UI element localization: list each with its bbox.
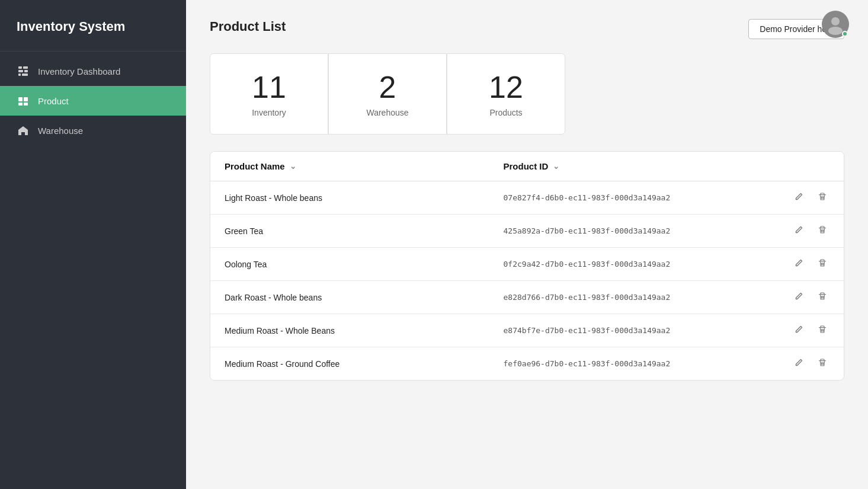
- cell-product-id: e874bf7e-d7b0-ec11-983f-000d3a149aa2: [504, 326, 783, 335]
- table-row: Green Tea 425a892a-d7b0-ec11-983f-000d3a…: [210, 215, 844, 248]
- sidebar-item-warehouse[interactable]: Warehouse: [0, 116, 186, 145]
- edit-button[interactable]: [792, 357, 806, 370]
- svg-rect-6: [18, 97, 23, 101]
- cell-product-name: Medium Roast - Ground Coffee: [225, 359, 504, 369]
- svg-rect-1: [23, 66, 28, 69]
- sidebar-item-label-warehouse: Warehouse: [38, 126, 83, 136]
- svg-point-11: [828, 27, 843, 35]
- svg-rect-0: [18, 66, 22, 69]
- cell-product-id: fef0ae96-d7b0-ec11-983f-000d3a149aa2: [504, 359, 783, 368]
- avatar-container: [822, 11, 849, 38]
- delete-button[interactable]: [815, 357, 829, 370]
- dashboard-icon: [17, 65, 30, 78]
- stat-label-warehouse: Warehouse: [366, 108, 408, 117]
- avatar-online-dot: [842, 31, 848, 37]
- sort-icon-id: ⌄: [553, 162, 559, 171]
- table-header: Product Name ⌄ Product ID ⌄: [210, 152, 844, 181]
- svg-rect-8: [18, 103, 23, 106]
- sort-icon-name: ⌄: [290, 162, 296, 171]
- sidebar: Inventory System Inventory Dashboard: [0, 0, 186, 489]
- cell-actions: [782, 191, 829, 204]
- svg-rect-32: [819, 360, 826, 361]
- svg-rect-28: [819, 327, 826, 328]
- svg-rect-24: [819, 294, 826, 295]
- col-header-product-id[interactable]: Product ID ⌄: [504, 161, 783, 171]
- svg-rect-5: [22, 73, 28, 76]
- sidebar-item-dashboard[interactable]: Inventory Dashboard: [0, 56, 186, 86]
- stat-number-warehouse: 2: [379, 71, 396, 104]
- svg-rect-20: [819, 261, 826, 261]
- cell-product-name: Oolong Tea: [225, 260, 504, 269]
- svg-rect-3: [24, 70, 28, 72]
- table-body: Light Roast - Whole beans 07e827f4-d6b0-…: [210, 181, 844, 380]
- table-row: Medium Roast - Ground Coffee fef0ae96-d7…: [210, 347, 844, 380]
- delete-button[interactable]: [815, 324, 829, 337]
- avatar[interactable]: [822, 11, 849, 38]
- cell-product-name: Green Tea: [225, 226, 504, 236]
- page-header: Product List Demo Provider help: [210, 19, 844, 39]
- col-header-product-name[interactable]: Product Name ⌄: [225, 161, 504, 171]
- stat-number-inventory: 11: [252, 71, 286, 104]
- edit-button[interactable]: [792, 290, 806, 304]
- cell-product-id: 0f2c9a42-d7b0-ec11-983f-000d3a149aa2: [504, 260, 783, 269]
- cell-actions: [782, 257, 829, 271]
- col-header-actions: [782, 161, 829, 171]
- svg-rect-16: [819, 228, 826, 228]
- edit-button[interactable]: [792, 257, 806, 271]
- stat-label-products: Products: [489, 108, 522, 117]
- cell-product-id: e828d766-d7b0-ec11-983f-000d3a149aa2: [504, 293, 783, 302]
- table-row: Light Roast - Whole beans 07e827f4-d6b0-…: [210, 181, 844, 215]
- stat-card-inventory: 11 Inventory: [210, 53, 328, 135]
- stats-row: 11 Inventory 2 Warehouse 12 Products: [210, 53, 844, 135]
- cell-product-name: Light Roast - Whole beans: [225, 193, 504, 203]
- cell-product-id: 425a892a-d7b0-ec11-983f-000d3a149aa2: [504, 226, 783, 235]
- page-title: Product List: [210, 19, 286, 34]
- sidebar-nav: Inventory Dashboard Product Warehouse: [0, 56, 186, 145]
- table-row: Dark Roast - Whole beans e828d766-d7b0-e…: [210, 281, 844, 314]
- svg-rect-4: [18, 73, 21, 76]
- delete-button[interactable]: [815, 191, 829, 204]
- sidebar-item-label-product: Product: [38, 96, 69, 106]
- svg-rect-7: [24, 97, 28, 101]
- svg-rect-9: [24, 103, 28, 106]
- stat-card-warehouse: 2 Warehouse: [328, 53, 447, 135]
- stat-card-products: 12 Products: [447, 53, 565, 135]
- edit-button[interactable]: [792, 224, 806, 238]
- svg-rect-2: [18, 70, 23, 72]
- delete-button[interactable]: [815, 224, 829, 238]
- warehouse-icon: [17, 124, 30, 137]
- main-content: Product List Demo Provider help 11 Inven…: [186, 0, 868, 489]
- cell-product-name: Medium Roast - Whole Beans: [225, 326, 504, 335]
- app-title: Inventory System: [0, 0, 186, 52]
- cell-actions: [782, 324, 829, 337]
- stat-number-products: 12: [489, 71, 523, 104]
- svg-rect-12: [819, 194, 826, 195]
- cell-product-id: 07e827f4-d6b0-ec11-983f-000d3a149aa2: [504, 193, 783, 202]
- product-table: Product Name ⌄ Product ID ⌄ Light Roast …: [210, 151, 844, 381]
- cell-actions: [782, 357, 829, 370]
- cell-actions: [782, 224, 829, 238]
- delete-button[interactable]: [815, 257, 829, 271]
- edit-button[interactable]: [792, 191, 806, 204]
- edit-button[interactable]: [792, 324, 806, 337]
- sidebar-item-label-dashboard: Inventory Dashboard: [38, 66, 120, 76]
- stat-label-inventory: Inventory: [252, 108, 286, 117]
- delete-button[interactable]: [815, 290, 829, 304]
- table-row: Medium Roast - Whole Beans e874bf7e-d7b0…: [210, 314, 844, 347]
- product-icon: [17, 94, 30, 107]
- cell-actions: [782, 290, 829, 304]
- cell-product-name: Dark Roast - Whole beans: [225, 293, 504, 302]
- table-row: Oolong Tea 0f2c9a42-d7b0-ec11-983f-000d3…: [210, 248, 844, 281]
- svg-point-10: [831, 17, 840, 25]
- sidebar-item-product[interactable]: Product: [0, 86, 186, 116]
